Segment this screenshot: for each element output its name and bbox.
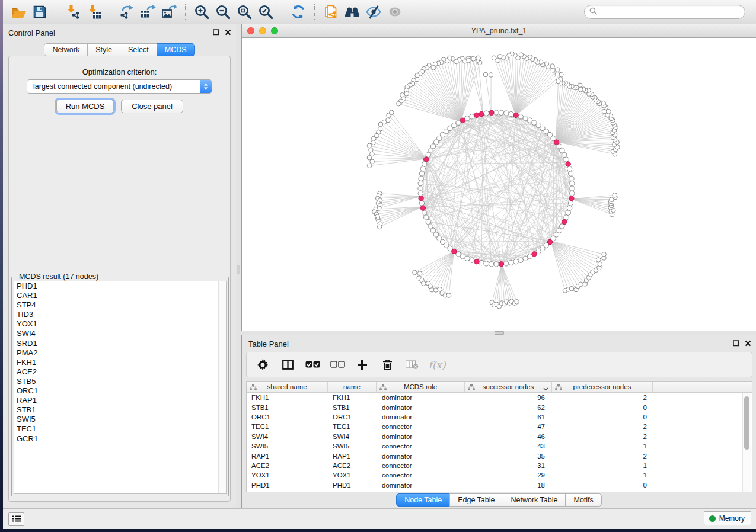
horizontal-splitter-handle[interactable] — [495, 331, 504, 335]
zoom-selected-icon[interactable] — [255, 2, 276, 21]
vertical-splitter[interactable] — [236, 24, 241, 508]
table-cell: TEC1 — [247, 423, 328, 430]
column-header-MCDS-role[interactable]: MCDS role — [377, 382, 465, 392]
tab-mcds[interactable]: MCDS — [157, 43, 195, 56]
criterion-dropdown[interactable]: largest connected component (undirected) — [27, 79, 212, 94]
column-header-successor-nodes[interactable]: successor nodes — [465, 382, 552, 392]
tab-node-table[interactable]: Node Table — [396, 493, 450, 507]
close-panel-button[interactable]: Close panel — [121, 100, 183, 113]
mcds-result-item[interactable]: TEC1 — [14, 424, 226, 434]
network-canvas[interactable] — [242, 38, 756, 331]
select-all-check-icon[interactable] — [305, 357, 320, 373]
mcds-result-item[interactable]: CAR1 — [14, 291, 226, 300]
table-cell: 31 — [465, 462, 552, 469]
column-header-name[interactable]: name — [328, 382, 377, 392]
refresh-layout-icon[interactable] — [288, 2, 309, 21]
vertical-splitter-handle[interactable] — [237, 265, 240, 274]
table-row[interactable]: PHD1PHD1dominator180 — [247, 480, 752, 490]
search-input[interactable] — [600, 7, 740, 17]
column-type-icon — [379, 384, 387, 392]
table-cell: dominator — [377, 414, 465, 421]
table-row[interactable]: SWI4SWI4dominator462 — [247, 432, 752, 441]
network-from-selection-icon[interactable] — [320, 2, 342, 21]
horizontal-splitter[interactable] — [241, 331, 756, 335]
table-cell: TEC1 — [328, 423, 377, 430]
mcds-result-item[interactable]: FKH1 — [14, 358, 226, 367]
automation-panel-button[interactable] — [8, 512, 24, 526]
table-row[interactable]: YOX1YOX1connector291 — [247, 470, 752, 480]
table-scrollbar[interactable] — [742, 393, 751, 492]
import-network-icon[interactable] — [62, 2, 83, 21]
table-cell: dominator — [377, 482, 465, 489]
zoom-in-icon[interactable] — [191, 2, 212, 21]
network-window-titlebar[interactable]: YPA_prune.txt_1 — [242, 24, 756, 38]
toolbar-icons-slot — [8, 2, 406, 21]
mcds-result-list[interactable]: PHD1CAR1STP4TID3YOX1SWI4SRD1PMA2FKH1ACE2… — [14, 281, 227, 494]
close-table-panel-icon[interactable] — [744, 339, 751, 347]
memory-button[interactable]: Memory — [704, 511, 751, 525]
control-panel-tabs: NetworkStyleSelectMCDS — [3, 43, 236, 56]
column-header-predecessor-nodes[interactable]: predecessor nodes — [552, 382, 653, 392]
show-columns-icon[interactable] — [280, 357, 295, 373]
deselect-all-icon[interactable] — [330, 357, 345, 373]
create-column-plus-icon[interactable] — [355, 357, 370, 373]
mcds-result-item[interactable]: ORC1 — [14, 386, 226, 396]
table-row[interactable]: RAP1RAP1dominator352 — [247, 451, 752, 460]
search-icon — [589, 7, 597, 17]
float-table-panel-icon[interactable] — [732, 339, 739, 347]
table-cell: ACE2 — [328, 462, 377, 469]
export-table-icon[interactable] — [137, 2, 158, 21]
mcds-result-item[interactable]: SWI4 — [14, 329, 226, 338]
network-graph — [242, 38, 755, 329]
import-table-icon[interactable] — [83, 2, 104, 21]
save-session-icon[interactable] — [29, 2, 50, 21]
desktop: Control Panel NetworkStyleSelectMCDS Opt… — [0, 0, 756, 532]
column-label: successor nodes — [483, 383, 534, 390]
table-row[interactable]: STB1STB1dominator620 — [247, 402, 752, 412]
zoom-fit-icon[interactable] — [234, 2, 255, 21]
tab-network[interactable]: Network — [44, 43, 88, 56]
table-scrollbar-thumb[interactable] — [744, 396, 749, 450]
run-mcds-button[interactable]: Run MCDS — [56, 100, 114, 113]
tab-network-table[interactable]: Network Table — [503, 493, 566, 507]
table-row[interactable]: TEC1TEC1connector472 — [247, 422, 752, 431]
tab-motifs[interactable]: Motifs — [565, 493, 601, 507]
delete-column-trash-icon[interactable] — [379, 357, 395, 373]
column-header-shared-name[interactable]: shared name — [247, 382, 328, 392]
column-label: name — [343, 383, 361, 390]
export-network-icon[interactable] — [116, 2, 137, 21]
tab-style[interactable]: Style — [87, 43, 120, 56]
mcds-result-item[interactable]: PMA2 — [14, 348, 226, 358]
mcds-result-item[interactable]: SWI5 — [14, 415, 226, 424]
zoom-out-icon[interactable] — [212, 2, 234, 21]
mcds-result-item[interactable]: SRD1 — [14, 339, 226, 348]
toolbar-separator — [282, 4, 282, 20]
tab-select[interactable]: Select — [120, 43, 157, 56]
mcds-result-item[interactable]: RAP1 — [14, 396, 226, 405]
table-panel: Table Panel f(x) shared namenameMCDS rol… — [241, 335, 756, 508]
table-row[interactable]: SWI5SWI5connector431 — [247, 441, 752, 451]
mcds-result-item[interactable]: STB1 — [14, 405, 226, 415]
table-row[interactable]: ACE2ACE2connector311 — [247, 461, 752, 470]
mcds-result-item[interactable]: GCR1 — [14, 434, 226, 444]
column-settings-gear-icon[interactable] — [255, 357, 270, 373]
mcds-list-scrollbar[interactable] — [218, 281, 226, 493]
hide-selected-icon[interactable] — [363, 2, 384, 21]
table-cell: connector — [377, 423, 465, 430]
mcds-result-item[interactable]: TID3 — [14, 310, 226, 319]
open-file-icon[interactable] — [8, 2, 29, 21]
mcds-result-item[interactable]: STP4 — [14, 300, 226, 310]
close-panel-icon[interactable] — [224, 28, 231, 36]
float-window-icon[interactable] — [212, 28, 219, 36]
mcds-result-item[interactable]: STB5 — [14, 377, 226, 386]
mcds-result-item[interactable]: YOX1 — [14, 319, 226, 329]
find-icon[interactable] — [342, 2, 363, 21]
table-row[interactable]: FKH1FKH1dominator962 — [247, 393, 752, 402]
mcds-result-item[interactable]: ACE2 — [14, 367, 226, 377]
search-field[interactable] — [584, 5, 745, 19]
table-row[interactable]: ORC1ORC1dominator610 — [247, 412, 752, 422]
tab-edge-table[interactable]: Edge Table — [449, 493, 503, 507]
mcds-result-item[interactable]: PHD1 — [14, 281, 226, 291]
export-image-icon[interactable] — [158, 2, 180, 21]
toolbar-separator — [185, 4, 186, 20]
